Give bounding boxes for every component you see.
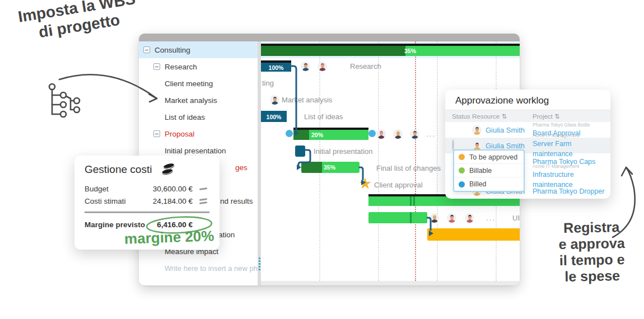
splitter-grip-icon[interactable]: [259, 256, 260, 271]
annotation-worklog: Registra e approva il tempo e le spese: [544, 219, 640, 285]
project-link[interactable]: Pharma Tokyo Dropper: [533, 187, 604, 195]
coins-icon: [160, 163, 178, 176]
column-status[interactable]: Status: [452, 113, 472, 120]
task-label: Client meeting: [165, 79, 213, 88]
task-label: nd results: [220, 197, 253, 205]
collapse-icon[interactable]: [153, 130, 160, 137]
double-dash-icon: [197, 199, 209, 204]
budget-row: Budget 30,600.00 €: [85, 182, 209, 195]
resource-name[interactable]: Giulia Smith: [486, 126, 525, 134]
margin-value: 6,416.00 €: [157, 221, 193, 229]
resource-avatar: [472, 125, 482, 135]
budget-value: 30,600.00 €: [153, 185, 193, 193]
task-label: List of ideas: [165, 113, 205, 121]
client-name: Pharma Tokyo Glass Bottle: [533, 122, 610, 128]
task-label: Market analysis: [165, 96, 217, 105]
resource-avatar: [472, 141, 482, 151]
collapse-icon[interactable]: [143, 46, 150, 53]
column-resource[interactable]: Resource ⇅: [472, 112, 533, 120]
column-project[interactable]: Project ⇅: [533, 112, 610, 120]
sort-icon: ⇅: [554, 113, 560, 120]
collapse-icon[interactable]: [153, 63, 160, 70]
status-dropdown: To be approved Billable Billed: [453, 149, 525, 192]
resource-name[interactable]: Giulia Smith: [486, 142, 525, 150]
status-option-to-be-approved[interactable]: To be approved: [454, 151, 524, 164]
margin-label: Margine previsto: [85, 221, 145, 229]
estimated-costs-row: Costi stimati 24,184.00 €: [85, 195, 209, 207]
estimated-costs-label: Costi stimati: [85, 197, 126, 205]
task-row-market-analysis[interactable]: Market analysis: [139, 92, 258, 109]
status-dot-blue: [459, 181, 465, 187]
status-option-billable[interactable]: Billable: [454, 164, 524, 177]
window-top-band: [139, 34, 520, 41]
wbs-tree-icon: [49, 84, 80, 117]
task-label: Consulting: [155, 46, 190, 54]
task-label: Research: [165, 63, 197, 71]
new-phase-input[interactable]: Write here to insert a new phase: [139, 260, 258, 276]
worklog-title: Approvazione worklog: [445, 90, 610, 110]
task-row-client-meeting[interactable]: Client meeting: [139, 75, 258, 92]
margin-note: margine 20%: [124, 227, 214, 248]
divider: [85, 212, 209, 213]
client-name: Acme IT Management: [533, 133, 610, 138]
project-link[interactable]: Server Farm maintenance: [533, 140, 573, 158]
task-row-consulting[interactable]: Consulting: [139, 41, 258, 58]
task-row-list-of-ideas[interactable]: List of ideas: [139, 109, 258, 125]
task-row-proposal[interactable]: Proposal: [139, 125, 258, 142]
client-name: Acme IT Management: [533, 163, 610, 169]
task-label: ation: [218, 231, 235, 239]
horizontal-scrollbar[interactable]: [261, 281, 520, 285]
task-label: Initial presentation: [165, 147, 226, 155]
budget-label: Budget: [85, 185, 109, 193]
status-dot-green: [459, 167, 465, 173]
task-label: ges: [235, 163, 248, 172]
cost-card-title: Gestione costi: [85, 163, 152, 176]
task-row-research[interactable]: Research: [139, 58, 258, 75]
sort-icon: ⇅: [501, 113, 507, 120]
estimated-costs-value: 24,184.00 €: [153, 197, 193, 205]
status-dot-yellow: [459, 154, 465, 160]
dash-icon: [197, 188, 209, 190]
status-option-billed[interactable]: Billed: [454, 177, 524, 191]
task-label: Proposal: [165, 130, 194, 138]
worklog-table-header: Status Resource ⇅ Project ⇅: [445, 110, 610, 122]
worklog-approval-card: Approvazione worklog Status Resource ⇅ P…: [445, 90, 610, 199]
cost-management-card: Gestione costi Budget 30,600.00 € Costi …: [74, 156, 220, 250]
